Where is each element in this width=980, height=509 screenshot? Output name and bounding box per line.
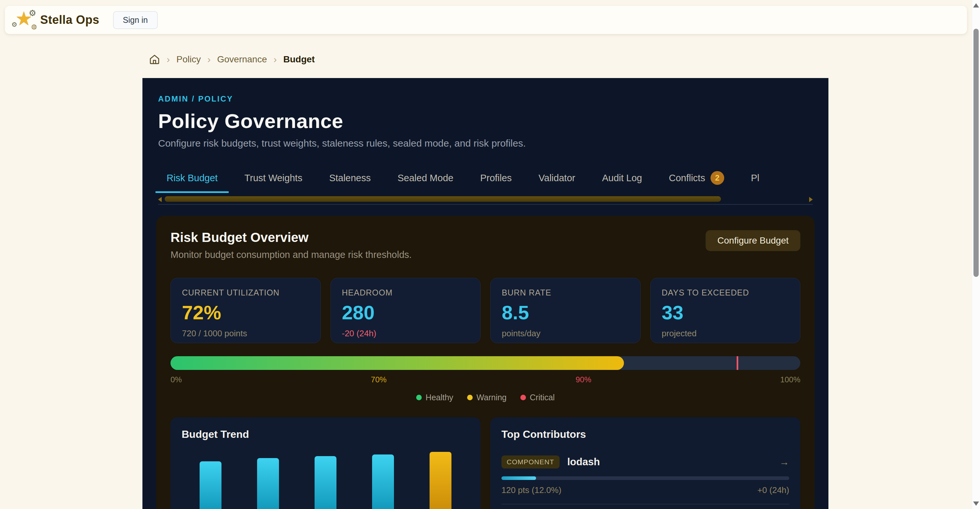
bar-column: 12/22 <box>372 455 394 509</box>
scroll-right-arrow-icon[interactable] <box>809 197 813 202</box>
trend-bar <box>430 452 452 509</box>
trend-bar <box>200 461 221 509</box>
stat-value: 8.5 <box>502 301 629 324</box>
tab-label: Staleness <box>329 173 371 184</box>
scroll-left-arrow-icon[interactable] <box>158 197 162 202</box>
scrollbar-thumb[interactable] <box>974 29 979 277</box>
legend-item-critical: Critical <box>520 393 555 402</box>
tab-label: Sealed Mode <box>398 173 453 184</box>
tab-label: Trust Weights <box>244 173 302 184</box>
stat-card-headroom: HEADROOM 280 -20 (24h) <box>331 278 481 343</box>
scroll-down-arrow-icon[interactable] <box>973 501 979 506</box>
legend-label: Critical <box>530 393 555 402</box>
tab-label: Risk Budget <box>167 173 218 184</box>
scroll-up-arrow-icon[interactable] <box>973 3 979 8</box>
conflicts-count-badge: 2 <box>711 171 724 185</box>
page-title: Policy Governance <box>158 109 813 133</box>
tab-truncated[interactable]: Pl <box>740 166 771 193</box>
scale-label-90: 90% <box>576 375 591 384</box>
legend-label: Warning <box>477 393 507 402</box>
sign-in-button[interactable]: Sign in <box>113 11 158 29</box>
healthy-dot-icon <box>416 395 422 400</box>
breadcrumb-governance[interactable]: Governance <box>217 54 267 65</box>
magnifier-icon: ◍ <box>31 22 37 30</box>
contributor-delta: +0 (24h) <box>757 485 789 495</box>
overview-title: Risk Budget Overview <box>170 230 412 245</box>
stat-value: 72% <box>182 301 309 324</box>
top-bar: ★ ⚙ ⚙ ◍ Stella Ops Sign in <box>5 6 967 34</box>
tab-conflicts[interactable]: Conflicts 2 <box>657 166 735 193</box>
tab-bar-divider <box>158 204 813 205</box>
tab-staleness[interactable]: Staleness <box>318 166 382 193</box>
stat-label: CURRENT UTILIZATION <box>182 288 309 297</box>
scale-label-70: 70% <box>371 375 387 384</box>
configure-budget-button[interactable]: Configure Budget <box>706 230 800 251</box>
brand-title: Stella Ops <box>40 13 99 27</box>
stat-card-days-to-exceeded: DAYS TO EXCEEDED 33 projected <box>651 278 801 343</box>
bar-column: 12/8 <box>257 458 279 509</box>
trend-bar <box>372 455 394 509</box>
legend-item-warning: Warning <box>467 393 507 402</box>
tab-label: Validator <box>539 173 575 184</box>
stat-label: HEADROOM <box>342 288 469 297</box>
browser-vertical-scrollbar[interactable] <box>972 0 980 509</box>
bar-column: 12/29 <box>430 452 452 509</box>
tab-label: Pl <box>751 173 759 184</box>
stella-ops-logo-icon: ★ ⚙ ⚙ ◍ <box>14 10 35 30</box>
policy-governance-panel: ADMIN / POLICY Policy Governance Configu… <box>142 78 829 509</box>
tab-trust-weights[interactable]: Trust Weights <box>233 166 313 193</box>
gear-icon: ⚙ <box>29 8 36 18</box>
gear-icon: ⚙ <box>11 21 18 29</box>
trend-bar <box>257 458 279 509</box>
home-icon[interactable] <box>149 54 160 65</box>
contributor-progress-fill <box>501 476 536 480</box>
tab-profiles[interactable]: Profiles <box>469 166 523 193</box>
gauge-threshold-marker <box>737 356 738 370</box>
critical-dot-icon <box>520 395 526 400</box>
stat-value: 280 <box>342 301 469 324</box>
legend-label: Healthy <box>426 393 453 402</box>
contributor-row-cve[interactable]: VULNERABILITY CVE-2024-1234 ↑ 95 pts (9.… <box>501 504 789 509</box>
overview-subtitle: Monitor budget consumption and manage ri… <box>170 249 412 260</box>
page-subtitle: Configure risk budgets, trust weights, s… <box>158 138 813 149</box>
stat-card-current-utilization: CURRENT UTILIZATION 72% 720 / 1000 point… <box>170 278 321 343</box>
risk-budget-overview-card: Risk Budget Overview Monitor budget cons… <box>156 216 815 509</box>
stats-row: CURRENT UTILIZATION 72% 720 / 1000 point… <box>170 278 800 343</box>
tab-validator[interactable]: Validator <box>528 166 586 193</box>
tab-label: Conflicts <box>669 173 705 184</box>
page-background: ★ ⚙ ⚙ ◍ Stella Ops Sign in › Policy › Go… <box>0 0 972 509</box>
tab-label: Profiles <box>480 173 512 184</box>
bar-column: 12/1 <box>200 461 221 509</box>
stat-label: DAYS TO EXCEEDED <box>662 288 789 297</box>
scrollbar-thumb[interactable] <box>165 196 721 202</box>
contributor-points: 120 pts (12.0%) <box>501 485 562 495</box>
top-contributors-card: Top Contributors COMPONENT lodash → 120 … <box>490 417 800 509</box>
scale-label-100: 100% <box>780 375 800 384</box>
gauge-legend: Healthy Warning Critical <box>170 393 800 402</box>
tab-sealed-mode[interactable]: Sealed Mode <box>387 166 465 193</box>
legend-item-healthy: Healthy <box>416 393 453 402</box>
chevron-right-icon: › <box>274 54 277 64</box>
stat-label: BURN RATE <box>502 288 629 297</box>
breadcrumb: › Policy › Governance › Budget <box>149 54 315 65</box>
tab-audit-log[interactable]: Audit Log <box>591 166 653 193</box>
contributor-row-lodash[interactable]: COMPONENT lodash → 120 pts (12.0%) +0 (2… <box>501 448 789 504</box>
eyebrow-label: ADMIN / POLICY <box>158 94 813 103</box>
stat-card-burn-rate: BURN RATE 8.5 points/day <box>490 278 641 343</box>
trend-flat-arrow-icon: → <box>780 457 789 468</box>
top-contributors-title: Top Contributors <box>501 428 789 441</box>
budget-utilization-gauge <box>170 356 800 370</box>
budget-trend-chart: 12/1 12/8 12/15 12/22 <box>181 442 469 509</box>
warning-dot-icon <box>467 395 473 400</box>
chevron-right-icon: › <box>207 54 211 64</box>
gauge-scale-labels: 0% 70% 90% 100% <box>170 375 800 384</box>
stat-subtext: -20 (24h) <box>342 328 469 339</box>
budget-trend-card: Budget Trend 12/1 12/8 12/15 <box>170 417 480 509</box>
contributor-type-badge: COMPONENT <box>501 455 560 468</box>
tab-bar: Risk Budget Trust Weights Staleness Seal… <box>156 166 815 193</box>
tabs-horizontal-scrollbar[interactable] <box>158 196 813 202</box>
stat-subtext: projected <box>662 328 789 339</box>
chevron-right-icon: › <box>167 54 170 64</box>
tab-risk-budget[interactable]: Risk Budget <box>156 166 229 193</box>
breadcrumb-policy[interactable]: Policy <box>177 54 201 65</box>
